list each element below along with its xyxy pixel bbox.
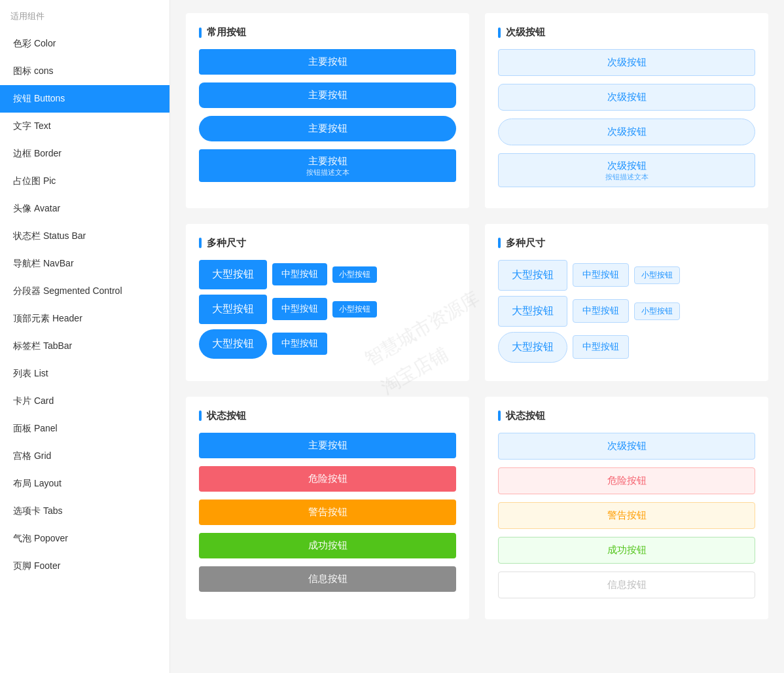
secondary-btn-pill[interactable]: 次级按钮 [498,118,755,145]
secondary-status-title: 状态按钮 [498,410,755,422]
primary-btn-pill[interactable]: 主要按钮 [199,116,456,141]
secondary-btn-rounded[interactable]: 次级按钮 [498,84,755,111]
sidebar-item-buttons[interactable]: 按钮 Buttons [0,85,169,113]
sec-status-success-btn[interactable]: 成功按钮 [498,537,755,564]
primary-btn-rounded[interactable]: 主要按钮 [199,82,456,108]
sidebar-item-panel[interactable]: 面板 Panel [0,415,169,443]
status-success-btn[interactable]: 成功按钮 [199,533,456,558]
sec-status-danger-btn[interactable]: 危险按钮 [498,467,755,494]
sidebar-item-footer[interactable]: 页脚 Footer [0,553,169,580]
primary-medium-1[interactable]: 中型按钮 [272,263,327,285]
secondary-sizes-title: 多种尺寸 [498,237,755,249]
primary-size-row-2: 大型按钮 中型按钮 小型按钮 [199,295,456,324]
secondary-btn-description: 按钮描述文本 [512,172,741,181]
sidebar-item-grid[interactable]: 宫格 Grid [0,443,169,470]
primary-size-row-1: 大型按钮 中型按钮 小型按钮 [199,260,456,289]
sec-status-info-btn[interactable]: 信息按钮 [498,572,755,598]
secondary-large-pill[interactable]: 大型按钮 [498,332,567,363]
secondary-btn-desc[interactable]: 次级按钮 按钮描述文本 [498,153,755,187]
secondary-sizes-section: 多种尺寸 大型按钮 中型按钮 小型按钮 大型按钮 中型按钮 小型按钮 大型按钮 … [485,224,768,381]
sidebar-item-border[interactable]: 边框 Border [0,140,169,168]
secondary-size-row-3: 大型按钮 中型按钮 [498,332,755,363]
secondary-buttons-section: 次级按钮 次级按钮 次级按钮 次级按钮 次级按钮 按钮描述文本 [485,13,768,208]
primary-btn-description: 按钮描述文本 [212,168,443,177]
sidebar-item-card[interactable]: 卡片 Card [0,388,169,415]
common-buttons-title: 常用按钮 [199,26,456,39]
sidebar-item-pic[interactable]: 占位图 Pic [0,168,169,195]
secondary-btn-default[interactable]: 次级按钮 [498,49,755,76]
secondary-status-section: 状态按钮 次级按钮 危险按钮 警告按钮 成功按钮 信息按钮 [485,397,768,619]
primary-btn-default[interactable]: 主要按钮 [199,49,456,75]
secondary-medium-1[interactable]: 中型按钮 [573,263,629,287]
primary-status-title: 状态按钮 [199,410,456,422]
sidebar-item-statusbar[interactable]: 状态栏 Status Bar [0,223,169,250]
sidebar-item-color[interactable]: 色彩 Color [0,30,169,58]
status-danger-btn[interactable]: 危险按钮 [199,466,456,492]
secondary-large-1[interactable]: 大型按钮 [498,260,567,291]
sidebar-item-navbar[interactable]: 导航栏 NavBar [0,250,169,278]
primary-status-section: 状态按钮 主要按钮 危险按钮 警告按钮 成功按钮 信息按钮 [186,397,469,619]
status-info-btn[interactable]: 信息按钮 [199,566,456,592]
sidebar-item-popover[interactable]: 气泡 Popover [0,525,169,553]
primary-large-pill[interactable]: 大型按钮 [199,329,267,359]
secondary-size-row-2: 大型按钮 中型按钮 小型按钮 [498,296,755,327]
sidebar-item-layout[interactable]: 布局 Layout [0,470,169,498]
primary-large-1[interactable]: 大型按钮 [199,260,267,289]
primary-medium-2[interactable]: 中型按钮 [272,298,327,320]
sidebar-item-list[interactable]: 列表 List [0,360,169,388]
sidebar-item-avatar[interactable]: 头像 Avatar [0,195,169,223]
primary-sizes-section: 多种尺寸 大型按钮 中型按钮 小型按钮 大型按钮 中型按钮 小型按钮 大型按钮 … [186,224,469,381]
primary-medium-3[interactable]: 中型按钮 [272,333,327,355]
sidebar-item-header[interactable]: 顶部元素 Header [0,305,169,333]
secondary-medium-2[interactable]: 中型按钮 [573,299,629,323]
primary-small-2[interactable]: 小型按钮 [332,301,377,318]
sidebar-item-segmented[interactable]: 分段器 Segmented Control [0,278,169,305]
sidebar-item-text[interactable]: 文字 Text [0,113,169,140]
secondary-small-1[interactable]: 小型按钮 [634,266,680,284]
secondary-small-2[interactable]: 小型按钮 [634,302,680,320]
status-primary-btn[interactable]: 主要按钮 [199,433,456,458]
sidebar-item-tabbar[interactable]: 标签栏 TabBar [0,333,169,360]
sidebar: 适用组件 色彩 Color 图标 cons 按钮 Buttons 文字 Text… [0,0,170,673]
sidebar-item-icon[interactable]: 图标 cons [0,58,169,85]
secondary-buttons-title: 次级按钮 [498,26,755,39]
secondary-size-row-1: 大型按钮 中型按钮 小型按钮 [498,260,755,291]
primary-sizes-title: 多种尺寸 [199,237,456,249]
primary-size-row-3: 大型按钮 中型按钮 [199,329,456,359]
sidebar-header: 适用组件 [0,5,169,30]
common-buttons-section: 常用按钮 主要按钮 主要按钮 主要按钮 主要按钮 按钮描述文本 [186,13,469,208]
status-warning-btn[interactable]: 警告按钮 [199,500,456,525]
sec-status-warning-btn[interactable]: 警告按钮 [498,502,755,529]
primary-btn-desc[interactable]: 主要按钮 按钮描述文本 [199,149,456,182]
primary-large-2[interactable]: 大型按钮 [199,295,267,324]
secondary-large-2[interactable]: 大型按钮 [498,296,567,327]
sidebar-item-tabs[interactable]: 选项卡 Tabs [0,498,169,525]
sec-status-primary-btn[interactable]: 次级按钮 [498,433,755,460]
secondary-medium-3[interactable]: 中型按钮 [573,335,629,359]
primary-small-1[interactable]: 小型按钮 [332,266,377,283]
main-content: 常用按钮 主要按钮 主要按钮 主要按钮 主要按钮 按钮描述文本 次级按钮 次级按… [170,0,784,673]
